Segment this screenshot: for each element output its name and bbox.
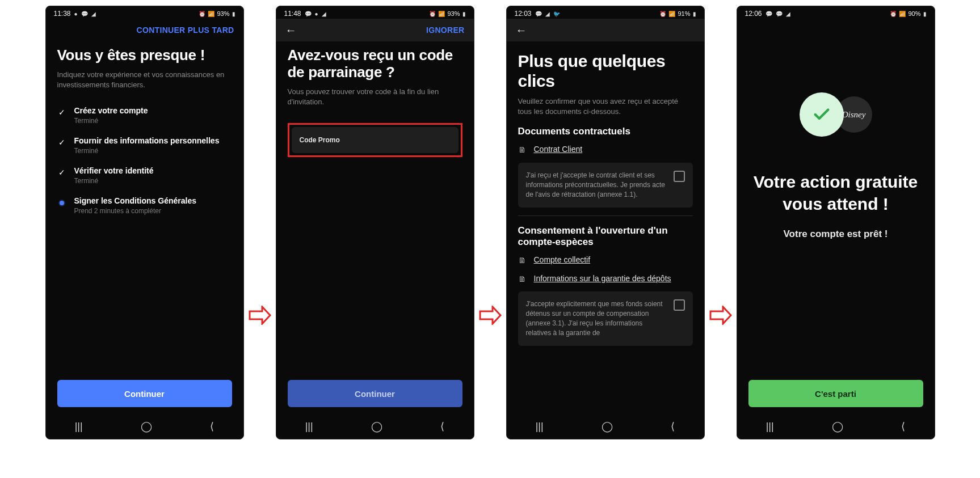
topbar: ← IGNORER — [276, 19, 474, 41]
promo-code-label: Code Promo — [300, 136, 451, 144]
nav-back-icon[interactable]: ⟨ — [440, 420, 444, 433]
doc-link-row[interactable]: 🗎 Informations sur la garantie des dépôt… — [518, 273, 693, 284]
screen-referral-code: 11:48💬●◢ ⏰📶93%▮ ← IGNORER Avez-vous reçu… — [276, 6, 474, 439]
check-icon: ✓ — [58, 138, 65, 147]
step-title: Signer les Conditions Générales — [74, 196, 197, 205]
doc-link-row[interactable]: 🗎 Contrat Client — [518, 144, 693, 155]
topbar: ← — [507, 19, 704, 41]
section-title-cash-account: Consentement à l'ouverture d'un compte-e… — [518, 225, 693, 248]
promo-highlight-box: Code Promo — [288, 123, 462, 157]
consent-checkbox[interactable] — [674, 299, 685, 311]
nav-back-icon[interactable]: ⟨ — [671, 420, 675, 433]
step-sub: Prend 2 minutes à compléter — [74, 207, 197, 215]
step-row-current: Signer les Conditions Générales Prend 2 … — [57, 196, 232, 215]
back-arrow-icon[interactable]: ← — [285, 24, 297, 37]
consent-box: J'ai reçu et j'accepte le contrat client… — [518, 163, 693, 207]
doc-link-row[interactable]: 🗎 Compte collectif — [518, 255, 693, 265]
nav-home-icon[interactable]: ◯ — [832, 420, 843, 433]
document-icon: 🗎 — [518, 255, 527, 265]
status-time: 12:06 — [745, 10, 762, 18]
status-time: 12:03 — [515, 10, 532, 18]
step-sub: Terminé — [74, 117, 148, 125]
start-button[interactable]: C'est parti — [748, 380, 923, 407]
check-icon: ✓ — [58, 108, 65, 117]
doc-link-label: Contrat Client — [534, 144, 583, 155]
nav-recents-icon[interactable]: ||| — [766, 421, 774, 433]
android-nav-bar: ||| ◯ ⟨ — [507, 414, 704, 439]
screen-documents: 12:03💬◢🐦 ⏰📶91%▮ ← Plus que quelques clic… — [506, 6, 705, 439]
step-row: ✓ Fournir des informations personnelles … — [57, 136, 232, 155]
nav-home-icon[interactable]: ◯ — [602, 420, 613, 433]
nav-recents-icon[interactable]: ||| — [305, 421, 313, 433]
status-time: 11:38 — [54, 10, 71, 18]
step-title: Vérifier votre identité — [74, 166, 154, 175]
doc-link-label: Informations sur la garantie des dépôts — [534, 273, 671, 284]
nav-back-icon[interactable]: ⟨ — [901, 420, 905, 433]
page-title: Avez-vous reçu un code de parrainage ? — [288, 47, 462, 81]
page-subtitle: Veuillez confirmer que vous avez reçu et… — [518, 96, 693, 117]
consent-checkbox[interactable] — [674, 171, 685, 182]
back-arrow-icon[interactable]: ← — [516, 24, 527, 37]
skip-link[interactable]: CONTINUER PLUS TARD — [137, 26, 234, 35]
promo-code-input[interactable]: Code Promo — [292, 127, 459, 153]
status-bar: 12:03💬◢🐦 ⏰📶91%▮ — [507, 6, 704, 19]
document-icon: 🗎 — [518, 273, 527, 284]
page-title: Vous y êtes presque ! — [57, 47, 232, 64]
skip-link[interactable]: IGNORER — [426, 26, 464, 35]
step-row: ✓ Vérifier votre identité Terminé — [57, 166, 232, 185]
check-icon — [812, 105, 831, 124]
continue-button[interactable]: Continuer — [288, 380, 462, 407]
step-row: ✓ Créez votre compte Terminé — [57, 106, 232, 125]
status-bar: 11:48💬●◢ ⏰📶93%▮ — [276, 6, 474, 19]
step-title: Créez votre compte — [74, 106, 148, 115]
success-subtitle: Votre compte est prêt ! — [784, 229, 888, 240]
page-title: Plus que quelques clics — [518, 52, 693, 91]
screen-onboarding-progress: 11:38●💬◢ ⏰📶93%▮ CONTINUER PLUS TARD Vous… — [45, 6, 244, 439]
android-nav-bar: ||| ◯ ⟨ — [46, 414, 243, 439]
flow-arrow-icon — [709, 306, 732, 327]
current-dot-icon — [60, 201, 64, 205]
document-icon: 🗎 — [518, 144, 527, 154]
nav-back-icon[interactable]: ⟨ — [210, 420, 214, 433]
status-battery: 93% — [217, 10, 229, 17]
divider — [518, 215, 693, 216]
page-subtitle: Indiquez votre expérience et vos connais… — [57, 70, 232, 90]
android-nav-bar: ||| ◯ ⟨ — [276, 414, 474, 439]
step-title: Fournir des informations personnelles — [74, 136, 220, 145]
consent-text: J'accepte explicitement que mes fonds so… — [526, 299, 667, 337]
success-badge-pair: Disney — [800, 92, 872, 137]
step-sub: Terminé — [74, 147, 220, 155]
nav-home-icon[interactable]: ◯ — [141, 420, 152, 433]
success-title: Votre action gratuite vous attend ! — [748, 171, 923, 215]
doc-link-label: Compte collectif — [534, 255, 591, 265]
section-title-documents: Documents contractuels — [518, 126, 693, 137]
consent-text: J'ai reçu et j'accepte le contrat client… — [526, 171, 667, 199]
status-battery: 91% — [678, 10, 690, 17]
nav-recents-icon[interactable]: ||| — [75, 421, 83, 433]
step-sub: Terminé — [74, 177, 154, 185]
nav-home-icon[interactable]: ◯ — [371, 420, 382, 433]
flow-arrow-icon — [479, 306, 502, 327]
status-bar: 12:06💬💬◢ ⏰📶90%▮ — [737, 6, 935, 19]
screen-success: 12:06💬💬◢ ⏰📶90%▮ Disney Votre action grat… — [737, 6, 935, 439]
status-bar: 11:38●💬◢ ⏰📶93%▮ — [46, 6, 243, 19]
nav-recents-icon[interactable]: ||| — [536, 421, 544, 433]
android-nav-bar: ||| ◯ ⟨ — [737, 414, 935, 439]
flow-arrow-icon — [249, 306, 271, 327]
consent-box: J'accepte explicitement que mes fonds so… — [518, 291, 693, 345]
check-icon: ✓ — [58, 168, 65, 177]
continue-button[interactable]: Continuer — [57, 380, 232, 407]
success-check-badge — [800, 92, 844, 137]
status-battery: 90% — [908, 10, 920, 17]
topbar: CONTINUER PLUS TARD — [46, 19, 243, 41]
status-time: 11:48 — [284, 10, 301, 18]
status-battery: 93% — [447, 10, 460, 17]
page-subtitle: Vous pouvez trouver votre code à la fin … — [288, 87, 462, 107]
